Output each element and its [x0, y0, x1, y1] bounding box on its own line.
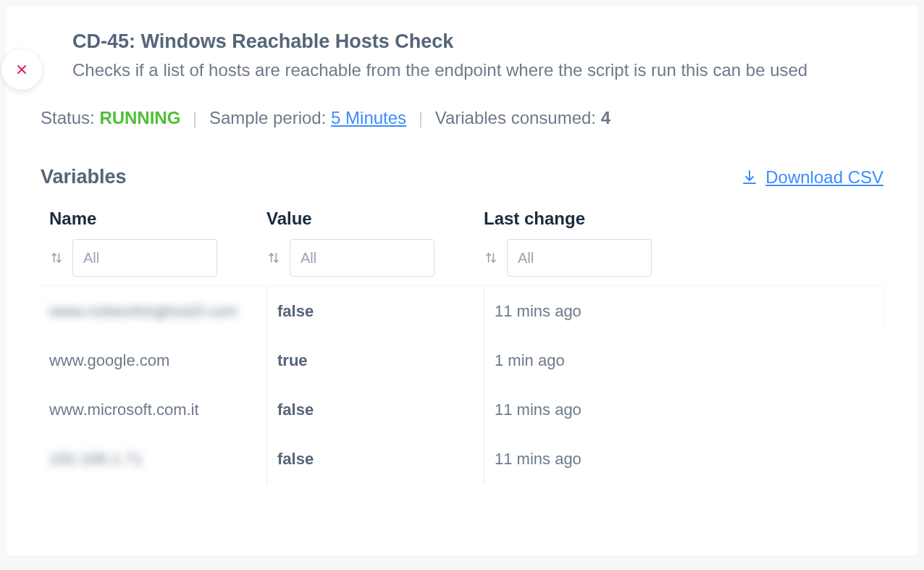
table-row: www.notworkinghost3.comfalse11 mins ago	[41, 287, 883, 336]
sample-label: Sample period:	[209, 108, 331, 127]
section-title: Variables	[41, 166, 127, 188]
page-description: Checks if a list of hosts are reachable …	[41, 57, 883, 83]
cell-last-change: 11 mins ago	[484, 435, 875, 484]
cell-last-change: 1 min ago	[484, 336, 875, 385]
consumed-label: Variables consumed:	[435, 108, 601, 127]
sort-icon[interactable]	[484, 251, 498, 265]
close-button[interactable]	[1, 49, 42, 90]
cell-last-change: 11 mins ago	[484, 287, 875, 336]
cell-value: false	[266, 385, 484, 435]
cell-value: true	[266, 336, 484, 385]
cell-name: www.notworkinghost3.com	[49, 302, 266, 321]
consumed-value: 4	[601, 108, 610, 127]
table-row: www.google.comtrue1 min ago	[41, 336, 883, 385]
cell-name: 192.168.1.71	[49, 450, 266, 469]
sample-period-link[interactable]: 5 Minutes	[331, 108, 406, 127]
table-row: 192.168.1.71false11 mins ago	[41, 435, 883, 484]
cell-last-change: 11 mins ago	[484, 385, 875, 435]
detail-card: CD-45: Windows Reachable Hosts Check Che…	[6, 6, 918, 556]
cell-name: www.google.com	[49, 351, 266, 370]
status-value: RUNNING	[99, 108, 180, 127]
close-icon	[14, 62, 29, 77]
cell-name: www.microsoft.com.it	[49, 401, 266, 419]
download-icon	[741, 169, 758, 186]
table-row: www.microsoft.com.itfalse11 mins ago	[41, 385, 883, 435]
col-header-last: Last change	[484, 209, 875, 229]
cell-value: false	[266, 287, 484, 336]
col-header-name: Name	[49, 209, 266, 229]
download-csv-link[interactable]: Download CSV	[741, 167, 883, 188]
variables-table: Name Value Last change	[41, 209, 883, 484]
table-header: Name Value Last change	[41, 209, 883, 277]
filter-name-input[interactable]	[72, 239, 217, 277]
page-title: CD-45: Windows Reachable Hosts Check	[41, 30, 883, 53]
col-header-value: Value	[266, 209, 484, 229]
meta-bar: Status: RUNNING | Sample period: 5 Minut…	[41, 108, 883, 128]
cell-value: false	[266, 435, 484, 484]
table-body: www.notworkinghost3.comfalse11 mins agow…	[41, 287, 883, 484]
status-label: Status:	[41, 108, 99, 127]
sort-icon[interactable]	[266, 251, 281, 265]
filter-value-input[interactable]	[290, 239, 434, 277]
filter-last-input[interactable]	[507, 239, 652, 277]
sort-icon[interactable]	[49, 251, 64, 265]
